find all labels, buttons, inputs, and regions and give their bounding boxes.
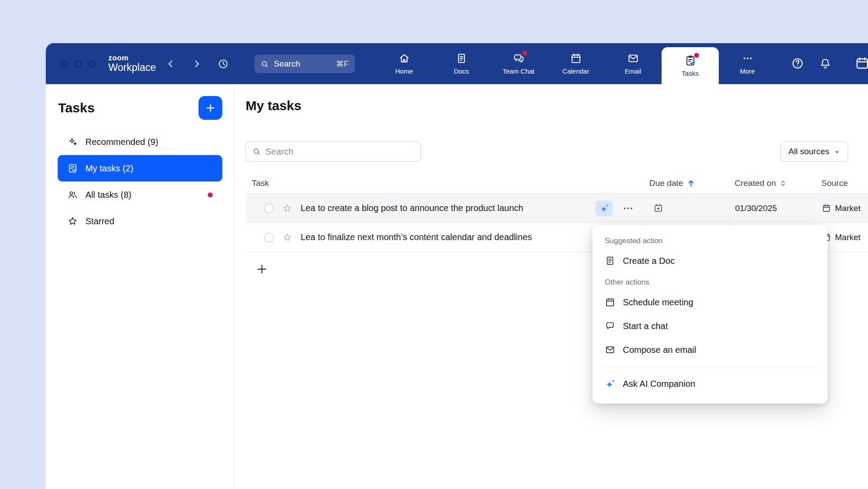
calendar-icon (822, 204, 831, 213)
nav-tasks-label: Tasks (682, 70, 699, 77)
nav-team-chat-label: Team Chat (503, 67, 535, 75)
calendar-icon (605, 297, 615, 307)
source-cell: Market (815, 194, 868, 222)
nav-email[interactable]: Email (604, 43, 662, 84)
ai-companion-icon (605, 378, 615, 389)
search-icon (252, 147, 261, 156)
tasks-icon (684, 55, 696, 67)
sidebar-item-recommended[interactable]: Recommended (9) (58, 129, 222, 155)
sidebar-list: Recommended (9) My tasks (2) All tasks (… (46, 129, 234, 234)
add-task-inline-button[interactable] (255, 263, 268, 276)
history-navigation (166, 58, 229, 70)
tasks-search-input[interactable] (265, 147, 414, 157)
nav-calendar-label: Calendar (563, 67, 589, 75)
global-search[interactable]: Search ⌘F (254, 55, 355, 73)
column-created-on[interactable]: Created on (730, 178, 815, 188)
all-tasks-badge (208, 193, 213, 197)
task-actions-menu: Suggested action Create a Doc Other acti… (592, 225, 828, 404)
nav-more-label: More (740, 67, 755, 75)
window-controls (61, 60, 95, 67)
menu-item-schedule-meeting[interactable]: Schedule meeting (592, 290, 828, 314)
star-icon[interactable] (282, 232, 292, 242)
history-icon[interactable] (217, 58, 229, 70)
help-icon[interactable] (791, 57, 804, 70)
calendar-add-icon (653, 203, 663, 213)
nav-home[interactable]: Home (375, 43, 433, 84)
menu-item-label: Compose an email (623, 345, 696, 355)
menu-item-start-chat[interactable]: Start a chat (592, 314, 828, 338)
page-title: My tasks (246, 98, 302, 113)
nav-team-chat[interactable]: Team Chat (490, 43, 547, 84)
email-icon (605, 345, 615, 355)
tasks-search[interactable] (246, 141, 421, 162)
task-title: Lea to create a blog post to announce th… (301, 203, 523, 213)
app-body: Tasks Recommended (9) My tasks (2) All t… (46, 84, 868, 489)
created-on-value: 01/30/2025 (735, 204, 777, 213)
sidebar-item-label: All tasks (8) (85, 190, 131, 200)
source-value: Market (835, 233, 861, 242)
task-complete-checkbox[interactable] (264, 204, 274, 213)
menu-item-create-doc[interactable]: Create a Doc (592, 249, 828, 273)
column-created-on-label: Created on (735, 178, 776, 188)
forward-icon[interactable] (191, 59, 202, 69)
sources-filter-label: All sources (788, 147, 829, 156)
more-icon (742, 52, 754, 64)
add-task-button[interactable] (199, 96, 222, 120)
menu-item-ask-ai-companion[interactable]: Ask AI Companion (592, 372, 828, 396)
search-icon (261, 60, 269, 68)
table-row[interactable]: Lea to create a blog post to announce th… (246, 194, 868, 223)
ai-companion-button[interactable] (596, 200, 613, 216)
window-zoom-button[interactable] (88, 60, 95, 67)
due-date-cell[interactable] (645, 194, 730, 222)
menu-section-other: Other actions (592, 273, 828, 290)
sidebar-item-label: Recommended (9) (85, 137, 158, 147)
star-icon (67, 216, 78, 226)
task-cell: Lea to finalize next month’s content cal… (246, 223, 645, 252)
people-icon (67, 189, 78, 200)
menu-section-suggested: Suggested action (592, 231, 828, 249)
star-icon[interactable] (282, 203, 292, 213)
task-complete-checkbox[interactable] (264, 233, 274, 242)
sidebar-item-label: Starred (85, 216, 114, 226)
menu-item-compose-email[interactable]: Compose an email (592, 338, 828, 362)
sidebar-item-my-tasks[interactable]: My tasks (2) (58, 155, 222, 182)
created-on-cell: 01/30/2025 (730, 194, 815, 222)
nav-tasks[interactable]: Tasks (662, 47, 719, 84)
task-title: Lea to finalize next month’s content cal… (301, 232, 532, 242)
column-source: Source (815, 178, 868, 188)
nav-calendar[interactable]: Calendar (547, 43, 604, 84)
search-placeholder: Search (274, 59, 300, 69)
nav-more[interactable]: More (719, 43, 776, 84)
menu-item-label: Start a chat (623, 321, 668, 331)
schedule-icon[interactable] (855, 56, 868, 71)
chevron-down-icon (834, 148, 840, 155)
calendar-icon (570, 52, 582, 64)
task-cell: Lea to create a blog post to announce th… (246, 194, 645, 222)
window-minimize-button[interactable] (74, 60, 81, 67)
nav-docs[interactable]: Docs (433, 43, 490, 84)
nav-home-label: Home (395, 67, 413, 75)
sources-filter[interactable]: All sources (780, 141, 848, 162)
table-header: Task Due date Created on Source (246, 173, 868, 194)
sidebar-item-label: My tasks (2) (85, 163, 133, 174)
main-content: My tasks All sources Task Due date Cre (234, 84, 868, 489)
back-icon[interactable] (166, 59, 176, 69)
tasks-badge (694, 53, 699, 58)
sparkle-icon (67, 137, 78, 147)
my-tasks-icon (67, 163, 78, 174)
team-chat-badge (522, 51, 527, 56)
row-more-icon[interactable] (621, 202, 636, 215)
column-due-date[interactable]: Due date (645, 178, 730, 188)
sidebar: Tasks Recommended (9) My tasks (2) All t… (46, 84, 234, 489)
sort-ascending-icon (687, 179, 695, 188)
logo-zoom-text: zoom (108, 54, 156, 62)
menu-item-label: Schedule meeting (623, 297, 693, 307)
window-close-button[interactable] (61, 60, 68, 67)
sidebar-item-starred[interactable]: Starred (58, 208, 222, 234)
primary-nav: Home Docs Team Chat Calendar Email (375, 43, 776, 84)
notifications-icon[interactable] (819, 57, 832, 70)
home-icon (398, 52, 410, 64)
logo-workplace-text: Workplace (108, 62, 156, 73)
docs-icon (456, 52, 467, 64)
sidebar-item-all-tasks[interactable]: All tasks (8) (58, 182, 222, 208)
